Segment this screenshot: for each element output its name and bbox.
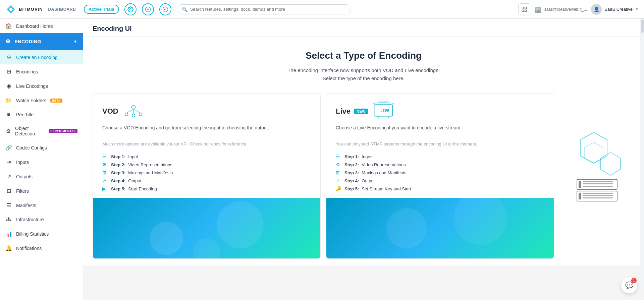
svg-rect-7 <box>525 7 526 9</box>
sidebar-item-codec-configs[interactable]: 🔗 Codec Configs <box>0 140 83 155</box>
svg-rect-31 <box>583 181 613 182</box>
analytics-icon <box>162 6 168 12</box>
encoding-select-title: Select a Type of Encoding <box>306 50 422 61</box>
settings-icon-btn[interactable] <box>124 3 137 15</box>
user-account[interactable]: 👤 SaaS Creative ▼ <box>591 4 639 15</box>
active-trials-label: Active Trials <box>89 7 114 12</box>
vod-step-3: ⊞ Step 3: Muxings and Manifests <box>102 170 311 175</box>
vod-step-1: ☰ Step 1: Input <box>102 154 311 159</box>
live-card-gradient <box>326 198 554 258</box>
sidebar-item-billing-statistics[interactable]: 📊 Billing Statistics <box>0 227 83 241</box>
encoding-type-cards: VOD Choose a VOD Encoding <box>90 93 637 259</box>
step-icon: 🔑 <box>336 186 342 191</box>
building-icon: 🏢 <box>534 6 542 13</box>
billing-icon: 📊 <box>5 231 12 237</box>
svg-marker-4 <box>147 8 149 10</box>
main-content: Encoding UI Select a Type of Encoding Th… <box>83 19 644 300</box>
sidebar-item-label: Live Encodings <box>16 83 48 89</box>
sidebar-item-live-encodings[interactable]: ◉ Live Encodings <box>0 79 83 93</box>
topnav: BITMOVIN DASHBOARD Active Trials 🔍 🏢 <box>0 0 644 19</box>
encoding-icon: ❄ <box>5 38 11 45</box>
dashboard-label: DASHBOARD <box>48 7 76 12</box>
sidebar-item-label: Filters <box>16 188 29 194</box>
analytics-icon-btn[interactable] <box>159 3 171 15</box>
sidebar-item-manifests[interactable]: ☰ Manifests <box>0 198 83 213</box>
scroll-thumb <box>641 19 644 33</box>
user-info[interactable]: 🏢 saas@creativeweb.it_... <box>534 6 587 13</box>
layout: 🏠 Dashboard Home ❄ ENCODING ▼ ⊕ Create a… <box>0 0 644 300</box>
notifications-icon: 🔔 <box>5 245 12 251</box>
sidebar-encoding-section[interactable]: ❄ ENCODING ▼ <box>0 33 83 50</box>
step-icon: ⊞ <box>102 170 108 175</box>
vod-step-5: ▶ Step 5: Start Encoding <box>102 186 311 191</box>
step-label: Step 1: <box>344 154 359 159</box>
live-steps: ☰ Step 1: Ingest ⚙ Step 2: Video Represe… <box>326 154 554 198</box>
topnav-right: 🏢 saas@creativeweb.it_... 👤 SaaS Creativ… <box>518 3 639 15</box>
live-bg-icons <box>326 198 554 258</box>
beta-badge: BETA <box>50 99 62 103</box>
settings-icon <box>127 6 133 12</box>
sidebar-item-watch-folders[interactable]: 📁 Watch Folders BETA <box>0 93 83 108</box>
watch-folders-icon: 📁 <box>5 97 12 104</box>
active-trials-button[interactable]: Active Trials <box>84 5 119 14</box>
sidebar-item-object-detection[interactable]: ⚙ Object Detection EXPERIMENTAL <box>0 122 83 140</box>
chat-bubble[interactable]: 💬 1 <box>621 277 637 293</box>
sidebar-item-per-title[interactable]: ≡ Per-Title <box>0 108 83 122</box>
live-card-top: Live NEW LIVE Choose a Live En <box>326 94 554 154</box>
vod-card-gradient <box>93 198 320 258</box>
search-input[interactable] <box>190 7 346 12</box>
sidebar-item-label: Dashboard Home <box>16 23 53 29</box>
vod-card-title: VOD <box>102 103 311 120</box>
step-label: Step 3: <box>344 170 359 175</box>
sidebar-section-label: ENCODING <box>15 39 41 44</box>
sidebar-item-create-encoding[interactable]: ⊕ Create an Encoding <box>0 50 83 64</box>
step-icon: ☰ <box>102 154 108 159</box>
step-label: Step 3: <box>111 170 125 175</box>
vod-network-icon <box>122 100 145 120</box>
sidebar: 🏠 Dashboard Home ❄ ENCODING ▼ ⊕ Create a… <box>0 19 83 300</box>
grid-icon-btn[interactable] <box>518 3 530 15</box>
sidebar-item-dashboard-home[interactable]: 🏠 Dashboard Home <box>0 19 83 33</box>
vod-card-note: Much more options are available via our … <box>102 141 311 147</box>
outputs-icon: ↗ <box>5 173 12 180</box>
svg-line-16 <box>133 109 141 113</box>
sidebar-item-inputs[interactable]: ⇥ Inputs <box>0 155 83 169</box>
svg-marker-28 <box>600 153 621 175</box>
step-value: Set Stream Key and Start <box>362 186 411 191</box>
step-icon: ⚙ <box>336 162 342 167</box>
sidebar-item-notifications[interactable]: 🔔 Notifications <box>0 241 83 255</box>
step-label: Step 4: <box>344 178 359 183</box>
svg-rect-6 <box>522 7 524 9</box>
per-title-icon: ≡ <box>5 112 12 118</box>
vod-card-desc: Choose a VOD Encoding and go from select… <box>102 124 311 131</box>
step-value: Output <box>128 178 141 183</box>
vod-card[interactable]: VOD Choose a VOD Encoding <box>93 93 321 259</box>
live-step-3: ⊞ Step 3: Muxings and Manifests <box>336 170 544 175</box>
search-icon: 🔍 <box>182 7 187 12</box>
page-title: Encoding UI <box>93 25 635 33</box>
svg-point-13 <box>139 113 142 116</box>
svg-point-2 <box>129 8 131 10</box>
step-value: Output <box>362 178 375 183</box>
play-icon-btn[interactable] <box>142 3 154 15</box>
sidebar-item-label: Object Detection <box>15 126 45 136</box>
step-label: Step 2: <box>111 162 125 167</box>
chevron-down-icon: ▼ <box>635 7 639 11</box>
sidebar-item-encodings[interactable]: ⊞ Encodings <box>0 64 83 79</box>
sidebar-item-filters[interactable]: ⊟ Filters <box>0 184 83 198</box>
sidebar-item-label: Infrastructure <box>16 217 44 222</box>
sidebar-item-outputs[interactable]: ↗ Outputs <box>0 169 83 184</box>
create-encoding-icon: ⊕ <box>5 54 12 60</box>
svg-point-18 <box>217 201 264 248</box>
step-label: Step 4: <box>111 178 125 183</box>
sidebar-item-label: Create an Encoding <box>16 55 58 60</box>
scrollbar[interactable] <box>640 19 644 300</box>
page-header: Encoding UI <box>83 19 644 37</box>
play-icon <box>145 6 151 12</box>
live-step-2: ⚙ Step 2: Video Representations <box>336 162 544 167</box>
sidebar-item-infrastructure[interactable]: 🖧 Infrastructure <box>0 213 83 227</box>
sidebar-item-label: Per-Title <box>16 112 34 117</box>
svg-text:LIVE: LIVE <box>380 109 389 113</box>
right-decoration <box>557 93 637 259</box>
live-card[interactable]: Live NEW LIVE Choose a Live En <box>326 93 554 259</box>
